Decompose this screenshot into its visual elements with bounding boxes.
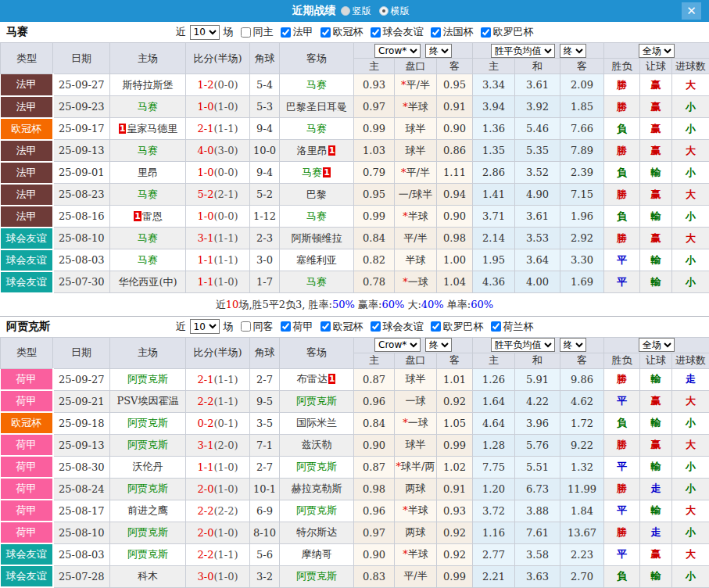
league-checkbox[interactable] xyxy=(320,27,331,38)
match-count-select[interactable]: 10 xyxy=(190,25,220,40)
avg-stage-select[interactable]: 终 xyxy=(560,338,586,352)
odds-away-cell: 1.00 xyxy=(437,249,473,271)
odds-away-cell: 0.91 xyxy=(437,96,473,118)
odds-stage-select[interactable]: 终 xyxy=(425,44,452,58)
handicap-cell: *球半/两 xyxy=(395,456,437,478)
league-checkbox[interactable] xyxy=(481,27,491,38)
odds-home-cell: 0.96 xyxy=(354,500,395,522)
team-name: 阿贾克斯 xyxy=(296,504,337,516)
home-team-cell: PSV埃因霍温 xyxy=(110,390,186,412)
team-name: 阿贾克斯 xyxy=(296,570,337,582)
league-checkbox[interactable] xyxy=(281,321,291,332)
away-team-cell: 马赛1 xyxy=(280,162,354,184)
home-team-cell: 阿贾克斯 xyxy=(110,368,186,390)
result-wdl-cell: 勝 xyxy=(604,140,640,162)
date-cell: 25-09-18 xyxy=(53,412,110,434)
early-odds-star: * xyxy=(403,417,408,428)
corner-cell: 3-2 xyxy=(250,565,280,587)
avg-away-cell: 1.96 xyxy=(560,206,604,228)
early-odds-star: * xyxy=(403,210,408,222)
corner-cell: 3-0 xyxy=(250,249,280,271)
col-handicap: 盘口 xyxy=(395,353,437,368)
summary-segment: 近 xyxy=(216,299,226,310)
col-result-handicap: 让球 xyxy=(640,59,672,74)
score-cell: 2-0(1-0) xyxy=(186,478,250,500)
result-goals-cell: 大 xyxy=(672,500,709,522)
odds-stage-select[interactable]: 终 xyxy=(425,338,452,352)
match-count-select[interactable]: 10 xyxy=(190,319,220,334)
matches-table: 类型 日期 主场 比分(半场) 角球 客场 Crow*终 胜平负均值终 全场 主… xyxy=(0,42,709,294)
avg-source-select[interactable]: 胜平负均值 xyxy=(491,338,555,352)
date-cell: 25-08-17 xyxy=(53,500,110,522)
team-name: 阿贾克斯 xyxy=(127,439,168,450)
result-handicap-cell: 赢 xyxy=(640,543,672,565)
league-checkbox[interactable] xyxy=(431,321,441,332)
filter-bar: 近10场同主法甲欧冠杯球会友谊法国杯欧罗巴杯 xyxy=(174,25,535,40)
avg-source-select[interactable]: 胜平负均值 xyxy=(491,44,555,58)
date-cell: 25-09-27 xyxy=(53,368,110,390)
avg-home-cell: 2.86 xyxy=(473,162,515,184)
date-cell: 25-09-21 xyxy=(53,390,110,412)
col-home: 主场 xyxy=(110,43,186,74)
score-cell: 1-2(0-0) xyxy=(186,74,250,96)
full-time-score: 3-0 xyxy=(197,571,213,583)
league-checkbox[interactable] xyxy=(431,27,441,38)
titlebar: 近期战绩 竖版 横版 ✕ xyxy=(0,0,709,22)
league-checkbox[interactable] xyxy=(320,321,331,332)
table-row: 法甲25-09-01里昂1-0(0-0)9-4马赛10.79*平/半1.112.… xyxy=(1,162,709,184)
away-team-cell: 马赛 xyxy=(280,118,354,140)
odds-away-cell: 0.91 xyxy=(437,478,473,500)
team-section-bar: 马赛 近10场同主法甲欧冠杯球会友谊法国杯欧罗巴杯 xyxy=(0,22,709,42)
rank-badge: 1 xyxy=(328,374,336,384)
odds-away-cell: 1.05 xyxy=(437,412,473,434)
half-time-score: (1-1) xyxy=(213,396,238,407)
home-team-cell: 马赛 xyxy=(110,184,186,206)
league-checkbox[interactable] xyxy=(281,27,291,38)
odds-home-cell: 0.93 xyxy=(354,74,395,96)
layout-horizontal-radio[interactable] xyxy=(379,6,389,16)
odds-source-select[interactable]: Crow* xyxy=(374,44,421,58)
team-name: 马赛 xyxy=(138,145,158,156)
avg-draw-cell: 3.58 xyxy=(515,543,560,565)
col-result-wdl: 胜负 xyxy=(604,353,640,368)
avg-away-cell: 1.85 xyxy=(560,96,604,118)
scope-select[interactable]: 全场 xyxy=(639,338,675,352)
layout-vertical-label[interactable]: 竖版 xyxy=(353,5,371,18)
odds-home-cell: 0.90 xyxy=(354,434,395,456)
avg-away-cell: 1.84 xyxy=(560,500,604,522)
league-checkbox[interactable] xyxy=(371,321,381,332)
result-wdl-cell: 勝 xyxy=(604,434,640,456)
full-time-score: 1-1 xyxy=(197,254,213,266)
col-type: 类型 xyxy=(1,337,53,368)
away-team-cell: 赫拉克勒斯 xyxy=(280,478,354,500)
odds-home-cell: 0.79 xyxy=(354,162,395,184)
date-cell: 25-08-16 xyxy=(53,206,110,228)
league-type-cell: 荷甲 xyxy=(1,456,53,478)
table-row: 荷甲25-09-27阿贾克斯2-1(1-1)2-7布雷达10.87球半1.011… xyxy=(1,368,709,390)
same-venue-checkbox[interactable] xyxy=(241,27,251,38)
home-team-cell: 沃伦丹 xyxy=(110,456,186,478)
date-cell: 25-09-13 xyxy=(53,434,110,456)
layout-horizontal-label[interactable]: 横版 xyxy=(391,5,410,18)
avg-stage-select[interactable]: 终 xyxy=(560,44,586,58)
league-checkbox[interactable] xyxy=(491,321,501,332)
summary-segment: 10 xyxy=(226,299,239,310)
corner-cell: 6-9 xyxy=(250,500,280,522)
full-time-score: 2-2 xyxy=(197,549,213,561)
layout-vertical-radio[interactable] xyxy=(341,6,350,16)
result-handicap-cell: 輸 xyxy=(640,456,672,478)
odds-home-cell: 1.03 xyxy=(354,140,395,162)
home-team-cell: 1雷恩 xyxy=(110,206,186,228)
close-icon[interactable]: ✕ xyxy=(682,2,701,20)
team-name: 里昂 xyxy=(138,167,158,178)
handicap-cell: 球半 xyxy=(395,140,437,162)
result-handicap-cell: 輸 xyxy=(640,271,672,293)
result-handicap-cell: 輸 xyxy=(640,249,672,271)
scope-controls: 全场 xyxy=(604,337,709,353)
scope-select[interactable]: 全场 xyxy=(639,44,675,58)
same-venue-checkbox[interactable] xyxy=(241,321,251,332)
summary-segment: 60% xyxy=(381,299,404,310)
league-checkbox[interactable] xyxy=(371,27,381,38)
odds-source-select[interactable]: Crow* xyxy=(374,338,421,352)
result-handicap-cell: 輸 xyxy=(640,412,672,434)
